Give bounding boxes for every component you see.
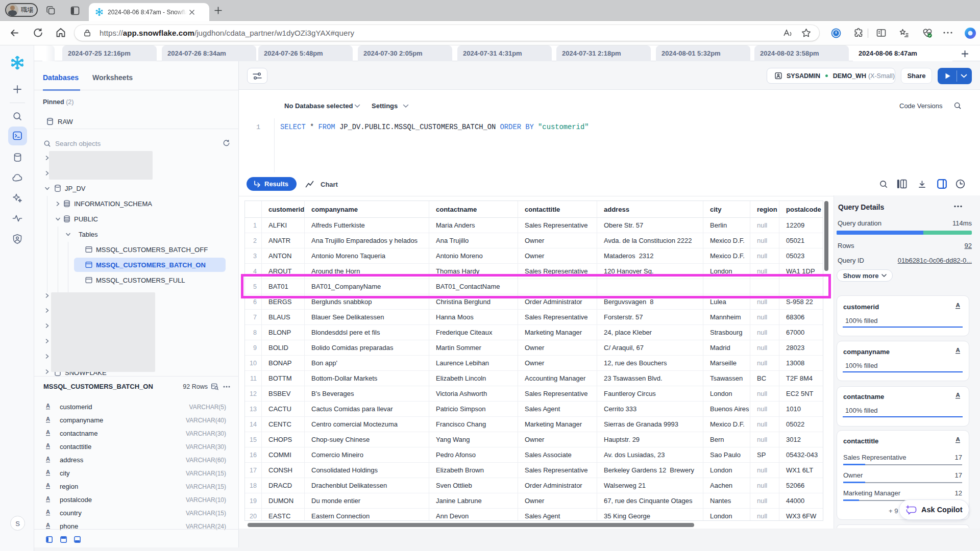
svg-text:A: A [956,303,960,308]
svg-text:A: A [956,392,960,398]
svg-text:A: A [956,437,960,442]
svg-text:A: A [956,347,960,353]
